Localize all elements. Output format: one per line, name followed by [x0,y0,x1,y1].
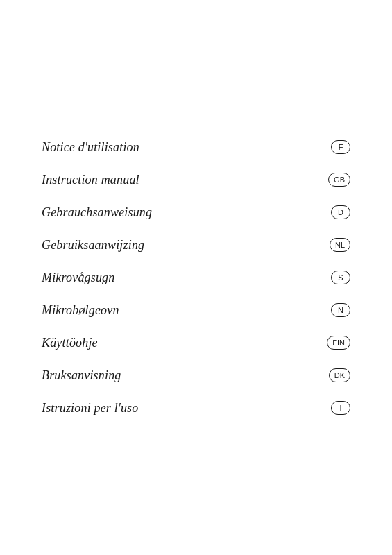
manual-row: BruksanvisningDK [42,359,350,392]
manual-row: Notice d'utilisationF [42,131,350,164]
manual-list: Notice d'utilisationFInstruction manualG… [0,131,392,425]
manual-row: Istruzioni per l'usoI [42,392,350,425]
manual-label: Gebrauchsanweisung [42,205,152,220]
language-badge: I [331,401,350,415]
manual-label: Mikrovågsugn [42,271,114,285]
manual-row: GebrauchsanweisungD [42,196,350,229]
language-badge: NL [330,238,350,252]
manual-row: GebruiksaanwijzingNL [42,229,350,262]
manual-row: MikrovågsugnS [42,262,350,294]
manual-label: Bruksanvisning [42,368,121,383]
manual-row: MikrobølgeovnN [42,294,350,327]
page: Notice d'utilisationFInstruction manualG… [0,0,392,555]
language-badge: DK [329,368,350,382]
manual-label: Instruction manual [42,173,139,187]
manual-label: Gebruiksaanwijzing [42,238,144,253]
language-badge: F [331,140,350,154]
manual-row: Instruction manualGB [42,164,350,196]
manual-label: Mikrobølgeovn [42,303,119,318]
language-badge: FIN [327,336,350,350]
language-badge: N [331,303,350,317]
manual-label: Notice d'utilisation [42,140,139,155]
manual-row: KäyttöohjeFIN [42,327,350,359]
manual-label: Käyttöohje [42,336,98,350]
language-badge: D [331,205,350,219]
language-badge: GB [328,173,350,187]
manual-label: Istruzioni per l'uso [42,401,138,416]
language-badge: S [331,271,350,284]
